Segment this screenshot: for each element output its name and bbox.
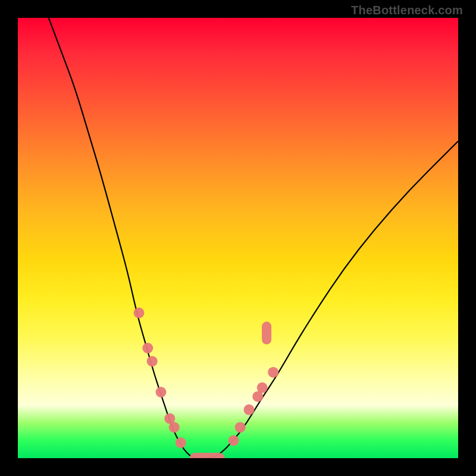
curve-marker-dot xyxy=(142,343,153,353)
chart-frame: TheBottleneck.com xyxy=(0,0,476,476)
curve-marker-dot xyxy=(134,308,145,318)
curve-marker-dot xyxy=(235,422,246,433)
plot-area xyxy=(18,18,458,458)
curve-marker-dot xyxy=(147,356,158,367)
curve-marker-dot xyxy=(156,387,167,397)
watermark-text: TheBottleneck.com xyxy=(351,4,463,17)
curve-marker-dot xyxy=(169,422,180,433)
curve-marker-dot xyxy=(244,405,255,415)
curve-markers xyxy=(134,308,279,458)
curve-marker-dot xyxy=(268,367,278,378)
curve-path xyxy=(49,18,458,458)
curve-vert-pill xyxy=(262,322,271,345)
curve-marker-dot xyxy=(228,435,239,446)
curve-marker-dot xyxy=(176,437,186,448)
curve-marker-dot xyxy=(257,383,268,393)
bottleneck-curve xyxy=(18,18,458,458)
curve-flat-pill xyxy=(190,453,225,458)
